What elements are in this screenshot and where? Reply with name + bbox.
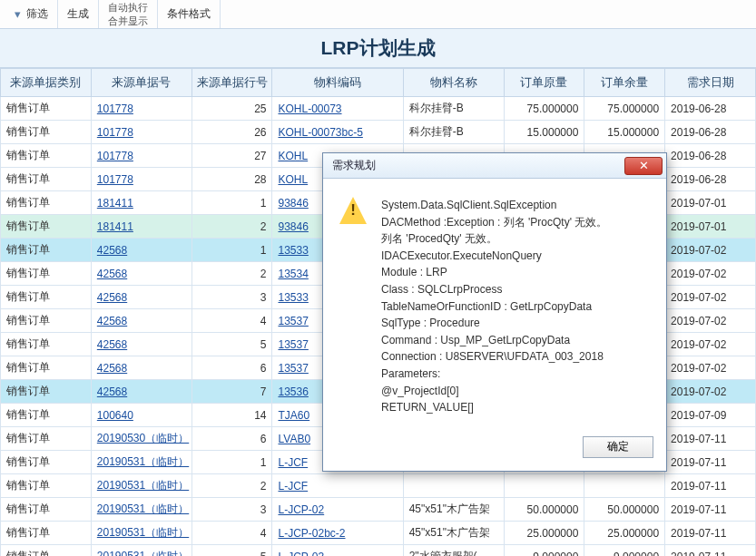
cell-mat-code[interactable]: KOHL-00073 [272,97,403,121]
cell-doc-no[interactable]: 20190530（临时） [91,427,191,451]
cell-rem-qty [584,474,665,498]
cell-doc-type: 销售订单 [1,262,92,286]
col-header[interactable]: 物料编码 [272,69,403,97]
cell-date: 2019-07-11 [665,451,756,474]
table-row[interactable]: 销售订单10177826KOHL-00073bc-5科尔挂臂-B15.00000… [1,121,756,144]
page-title: LRP计划生成 [0,29,756,68]
cell-line: 27 [191,144,272,168]
auto-line1: 自动执行 [108,1,148,15]
cell-doc-no[interactable]: 181411 [91,191,191,215]
cell-line: 2 [191,215,272,239]
cell-doc-type: 销售订单 [1,404,92,427]
col-header[interactable]: 需求日期 [665,69,756,97]
cell-doc-type: 销售订单 [1,215,92,239]
cell-line: 1 [191,239,272,262]
cell-doc-no[interactable]: 101778 [91,121,191,144]
cell-doc-no[interactable]: 20190531（临时） [91,545,191,557]
generate-label: 生成 [67,6,89,22]
cell-date: 2019-07-11 [665,498,756,522]
cond-format-group[interactable]: 条件格式 [158,0,221,28]
cell-date: 2019-07-09 [665,404,756,427]
cell-line: 1 [191,451,272,474]
auto-group[interactable]: 自动执行 合并显示 [99,0,158,28]
cell-rem-qty: 50.000000 [584,498,665,522]
dialog-titlebar[interactable]: 需求规划 ✕ [323,153,666,179]
dialog-title: 需求规划 [332,158,376,173]
cell-line: 2 [191,262,272,286]
cell-date: 2019-07-02 [665,333,756,356]
col-header[interactable]: 物料名称 [403,69,504,97]
cell-date: 2019-07-02 [665,262,756,286]
cell-line: 3 [191,286,272,309]
cell-doc-no[interactable]: 101778 [91,144,191,168]
table-row[interactable]: 销售订单20190531（临时）2L-JCF2019-07-11 [1,474,756,498]
cell-doc-type: 销售订单 [1,191,92,215]
cell-date: 2019-06-28 [665,168,756,191]
table-row[interactable]: 销售订单10177825KOHL-00073科尔挂臂-B75.00000075.… [1,97,756,121]
cell-doc-type: 销售订单 [1,451,92,474]
cell-doc-type: 销售订单 [1,380,92,404]
cell-doc-no[interactable]: 20190531（临时） [91,474,191,498]
cell-mat-code[interactable]: L-JCP-02 [272,498,403,522]
cell-doc-no[interactable]: 42568 [91,262,191,286]
cell-doc-no[interactable]: 42568 [91,286,191,309]
cell-doc-no[interactable]: 101778 [91,97,191,121]
cell-date: 2019-07-02 [665,239,756,262]
cell-doc-no[interactable]: 42568 [91,380,191,404]
cell-date: 2019-06-28 [665,97,756,121]
cell-orig-qty: 75.000000 [504,97,584,121]
toolbar: ▾ 筛选 生成 自动执行 合并显示 条件格式 [0,0,756,29]
cell-doc-no[interactable]: 20190531（临时） [91,498,191,522]
cell-doc-no[interactable]: 42568 [91,239,191,262]
cell-mat-code[interactable]: L-JCP-02bc-2 [272,522,403,545]
cell-line: 6 [191,356,272,380]
cell-doc-no[interactable]: 42568 [91,333,191,356]
cell-doc-no[interactable]: 20190531（临时） [91,522,191,545]
cell-mat-code[interactable]: L-JCP-03 [272,545,403,557]
cell-mat-code[interactable]: KOHL-00073bc-5 [272,121,403,144]
warning-icon [339,197,367,224]
cell-line: 4 [191,309,272,333]
cell-doc-no[interactable]: 20190531（临时） [91,451,191,474]
cell-mat-code[interactable]: L-JCF [272,474,403,498]
cell-doc-type: 销售订单 [1,121,92,144]
generate-group[interactable]: 生成 [58,0,99,28]
cell-doc-no[interactable]: 42568 [91,309,191,333]
cell-doc-no[interactable]: 181411 [91,215,191,239]
table-row[interactable]: 销售订单20190531（临时）5L-JCP-032"水管衣服架(9.00000… [1,545,756,557]
cell-date: 2019-07-11 [665,545,756,557]
cell-rem-qty: 75.000000 [584,97,665,121]
table-row[interactable]: 销售订单20190531（临时）4L-JCP-02bc-245"x51"木广告架… [1,522,756,545]
cell-line: 26 [191,121,272,144]
filter-group[interactable]: ▾ 筛选 [5,0,58,28]
cell-rem-qty: 25.000000 [584,522,665,545]
funnel-icon: ▾ [15,7,21,21]
col-header[interactable]: 来源单据号 [91,69,191,97]
cell-mat-name: 45"x51"木广告架 [403,522,504,545]
cell-line: 2 [191,474,272,498]
cell-doc-no[interactable]: 101778 [91,168,191,191]
cell-orig-qty: 25.000000 [504,522,584,545]
col-header[interactable]: 来源单据行号 [191,69,272,97]
auto-line2: 合并显示 [108,15,148,28]
cell-date: 2019-07-11 [665,474,756,498]
ok-button[interactable]: 确定 [583,436,653,458]
cell-date: 2019-07-02 [665,286,756,309]
cell-line: 5 [191,333,272,356]
cell-line: 5 [191,545,272,557]
cell-mat-name: 科尔挂臂-B [403,121,504,144]
cell-rem-qty: 15.000000 [584,121,665,144]
cell-doc-no[interactable]: 100640 [91,404,191,427]
filter-label: 筛选 [26,6,48,22]
cell-doc-no[interactable]: 42568 [91,356,191,380]
header-row: 来源单据类别来源单据号来源单据行号物料编码物料名称订单原量订单余量需求日期 [1,69,756,97]
cell-mat-name: 45"x51"木广告架 [403,498,504,522]
cell-doc-type: 销售订单 [1,498,92,522]
col-header[interactable]: 订单原量 [504,69,584,97]
col-header[interactable]: 来源单据类别 [1,69,92,97]
cell-date: 2019-07-02 [665,356,756,380]
table-row[interactable]: 销售订单20190531（临时）3L-JCP-0245"x51"木广告架50.0… [1,498,756,522]
close-button[interactable]: ✕ [624,157,663,175]
col-header[interactable]: 订单余量 [584,69,665,97]
cell-orig-qty: 15.000000 [504,121,584,144]
